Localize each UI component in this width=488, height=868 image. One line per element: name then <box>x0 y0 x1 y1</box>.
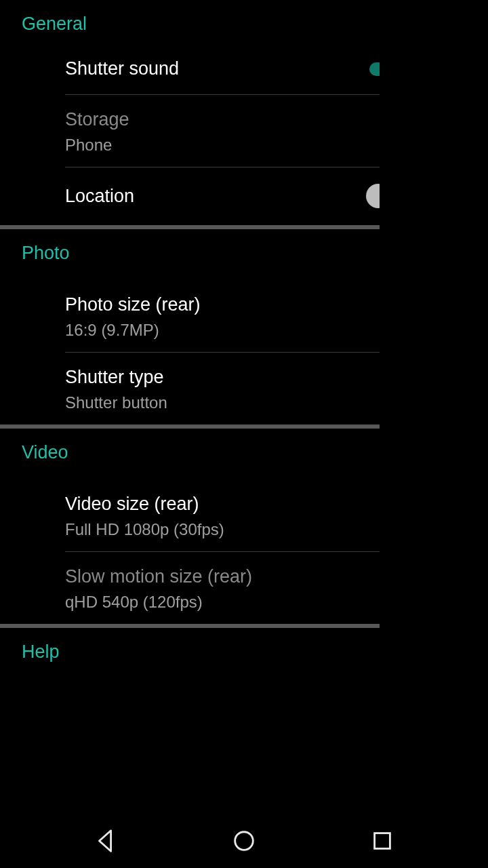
setting-value: qHD 540p (120fps) <box>65 593 412 612</box>
setting-shutter-sound[interactable]: Shutter sound <box>0 44 434 94</box>
setting-value: 16:9 (9.7MP) <box>65 321 412 340</box>
setting-shutter-type[interactable]: Shutter type Shutter button <box>0 353 434 425</box>
setting-location[interactable]: Location <box>0 167 434 226</box>
setting-video-size[interactable]: Video size (rear) Full HD 1080p (30fps) <box>0 473 434 551</box>
nav-back-button[interactable] <box>91 826 121 856</box>
nav-home-button[interactable] <box>229 826 259 856</box>
section-header-video: Video <box>0 429 434 473</box>
circle-icon <box>231 828 257 854</box>
section-header-help: Help <box>0 628 434 672</box>
setting-title: Video size (rear) <box>65 492 412 517</box>
square-icon <box>369 828 395 854</box>
android-navbar <box>0 814 488 868</box>
setting-value: Shutter button <box>65 393 412 412</box>
setting-title: Storage <box>65 107 412 133</box>
svg-point-0 <box>235 832 253 850</box>
section-header-general: General <box>0 0 434 44</box>
setting-storage: Storage Phone <box>0 95 434 167</box>
setting-title: Location <box>65 184 412 210</box>
setting-slow-motion: Slow motion size (rear) qHD 540p (120fps… <box>0 552 434 624</box>
section-header-photo: Photo <box>0 229 434 273</box>
setting-title: Slow motion size (rear) <box>65 564 412 590</box>
setting-value: Phone <box>65 136 412 155</box>
svg-rect-1 <box>375 833 390 849</box>
setting-title: Photo size (rear) <box>65 292 412 318</box>
right-black-padding <box>380 0 434 868</box>
setting-photo-size[interactable]: Photo size (rear) 16:9 (9.7MP) <box>0 273 434 352</box>
settings-scroll[interactable]: General Shutter sound Storage Phone Loca… <box>0 0 434 814</box>
setting-value: Full HD 1080p (30fps) <box>65 520 412 539</box>
setting-title: Shutter sound <box>65 56 412 82</box>
nav-recent-button[interactable] <box>367 826 397 856</box>
back-icon <box>93 828 119 854</box>
setting-title: Shutter type <box>65 365 412 391</box>
